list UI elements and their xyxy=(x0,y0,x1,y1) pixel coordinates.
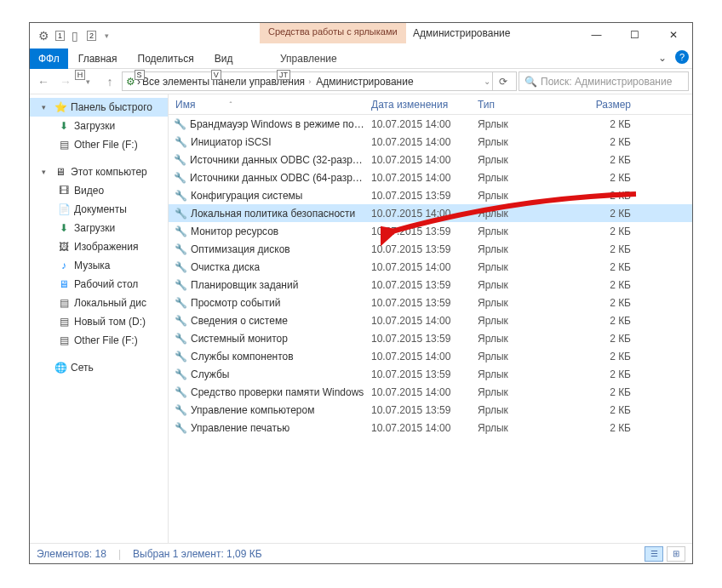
address-row: ← → ▾ ↑ ⚙ › Все элементы панели управлен… xyxy=(30,69,692,94)
file-row[interactable]: 🔧Инициатор iSCSI 10.07.2015 14:00 Ярлык … xyxy=(169,133,692,151)
nav-item[interactable]: ▤Other File (F:) xyxy=(30,135,168,154)
shortcut-icon: 🔧 xyxy=(174,350,187,363)
ribbon-tab[interactable]: ГлавнаяН xyxy=(68,49,128,68)
nav-item[interactable]: 📄Документы xyxy=(30,200,168,219)
file-name: Оптимизация дисков xyxy=(191,243,290,255)
file-row[interactable]: 🔧Очистка диска 10.07.2015 14:00 Ярлык 2 … xyxy=(169,258,692,276)
maximize-button[interactable]: ☐ xyxy=(616,23,654,47)
file-name: Просмотр событий xyxy=(191,297,280,309)
chevron-right-icon[interactable]: › xyxy=(305,77,314,86)
file-row[interactable]: 🔧Управление печатью 10.07.2015 14:00 Ярл… xyxy=(169,419,692,437)
file-name: Монитор ресурсов xyxy=(191,225,278,237)
file-row[interactable]: 🔧Источники данных ODBC (64-разрядна... 1… xyxy=(169,168,692,186)
file-name: Службы xyxy=(191,368,229,380)
nav-back-button[interactable]: ← xyxy=(33,71,54,92)
file-list[interactable]: 🔧Брандмауэр Windows в режиме повы... 10.… xyxy=(169,115,692,543)
expand-icon[interactable]: ▾ xyxy=(42,168,50,176)
item-icon: ⬇ xyxy=(57,119,71,133)
ribbon-tab[interactable]: ВидV xyxy=(204,49,244,68)
file-row[interactable]: 🔧Системный монитор 10.07.2015 13:59 Ярлы… xyxy=(169,329,692,347)
sort-indicator-icon: ˆ xyxy=(229,100,232,109)
file-row[interactable]: 🔧Локальная политика безопасности 10.07.2… xyxy=(169,204,692,222)
qat-dropdown-icon[interactable]: ▾ xyxy=(98,27,115,44)
nav-item[interactable]: ⬇Загрузки xyxy=(30,219,168,237)
file-row[interactable]: 🔧Источники данных ODBC (32-разрядна... 1… xyxy=(169,151,692,168)
address-dropdown-icon[interactable]: ⌄ xyxy=(484,77,490,86)
help-icon[interactable]: ? xyxy=(675,50,689,64)
shortcut-icon: 🔧 xyxy=(174,207,187,220)
file-row[interactable]: 🔧Монитор ресурсов 10.07.2015 13:59 Ярлык… xyxy=(169,222,692,240)
tab-manage[interactable]: Управление JT xyxy=(270,49,347,68)
file-type: Ярлык xyxy=(471,172,564,184)
nav-item[interactable]: ▤Локальный дис xyxy=(30,294,168,312)
nav-label: Загрузки xyxy=(74,222,115,234)
nav-item[interactable]: 🖥Рабочий стол xyxy=(30,275,168,294)
file-type: Ярлык xyxy=(471,422,564,434)
view-details-button[interactable]: ☰ xyxy=(645,546,663,562)
column-header-type[interactable]: Тип xyxy=(471,94,564,114)
view-large-icons-button[interactable]: ⊞ xyxy=(667,546,685,562)
nav-group[interactable]: 🌐Сеть xyxy=(30,358,168,377)
file-name: Очистка диска xyxy=(191,261,260,273)
file-row[interactable]: 🔧Сведения о системе 10.07.2015 14:00 Ярл… xyxy=(169,311,692,329)
nav-item[interactable]: 🎞Видео xyxy=(30,181,168,200)
expand-icon[interactable]: ▾ xyxy=(42,103,50,111)
nav-label: Other File (F:) xyxy=(74,334,138,346)
window-controls: — ☐ ✕ xyxy=(577,23,692,47)
ribbon-collapse-icon[interactable]: ⌄ xyxy=(658,52,667,64)
item-icon: 🖼 xyxy=(57,240,71,254)
column-header-date[interactable]: Дата изменения xyxy=(364,94,471,114)
file-row[interactable]: 🔧Управление компьютером 10.07.2015 13:59… xyxy=(169,401,692,419)
file-name: Конфигурация системы xyxy=(191,190,302,202)
nav-item[interactable]: ▤Новый том (D:) xyxy=(30,312,168,331)
nav-item[interactable]: ⬇Загрузки xyxy=(30,117,168,135)
close-button[interactable]: ✕ xyxy=(654,23,692,47)
file-row[interactable]: 🔧Оптимизация дисков 10.07.2015 13:59 Ярл… xyxy=(169,240,692,258)
column-header-name[interactable]: Имяˆ xyxy=(169,94,364,114)
nav-up-button[interactable]: ↑ xyxy=(100,71,120,92)
file-size: 2 КБ xyxy=(564,315,641,327)
key-tip: S xyxy=(135,70,145,80)
file-tab[interactable]: ФФл xyxy=(30,49,68,69)
new-folder-icon[interactable]: ▯ xyxy=(66,27,83,44)
nav-item[interactable]: ♪Музыка xyxy=(30,256,168,275)
file-row[interactable]: 🔧Службы компонентов 10.07.2015 14:00 Ярл… xyxy=(169,347,692,365)
file-date: 10.07.2015 14:00 xyxy=(364,261,471,273)
folder-icon: 🖥 xyxy=(54,165,67,179)
file-row[interactable]: 🔧Средство проверки памяти Windows 10.07.… xyxy=(169,383,692,401)
search-input[interactable]: 🔍 Поиск: Администрирование xyxy=(519,71,689,91)
address-bar[interactable]: ⚙ › Все элементы панели управления› Адми… xyxy=(122,71,517,91)
file-date: 10.07.2015 13:59 xyxy=(364,279,471,291)
contextual-tab-label: Средства работы с ярлыками xyxy=(260,23,406,43)
ribbon-tab[interactable]: ПоделитьсяS xyxy=(128,49,204,68)
file-name: Управление печатью xyxy=(191,422,289,434)
file-row[interactable]: 🔧Службы 10.07.2015 13:59 Ярлык 2 КБ xyxy=(169,365,692,383)
nav-group[interactable]: ▾🖥Этот компьютер xyxy=(30,163,168,181)
file-row[interactable]: 🔧Брандмауэр Windows в режиме повы... 10.… xyxy=(169,115,692,133)
file-row[interactable]: 🔧Конфигурация системы 10.07.2015 13:59 Я… xyxy=(169,186,692,204)
nav-group[interactable]: ▾⭐Панель быстрого xyxy=(30,98,168,117)
file-row[interactable]: 🔧Просмотр событий 10.07.2015 13:59 Ярлык… xyxy=(169,294,692,311)
nav-item[interactable]: 🖼Изображения xyxy=(30,237,168,256)
nav-label: Сеть xyxy=(71,362,94,374)
minimize-button[interactable]: — xyxy=(577,23,616,47)
nav-label: Панель быстрого xyxy=(71,101,152,113)
file-type: Ярлык xyxy=(471,351,564,363)
properties-icon[interactable]: ⚙ xyxy=(35,27,52,44)
file-name: Источники данных ODBC (64-разрядна... xyxy=(190,172,364,184)
folder-icon: 🌐 xyxy=(54,361,67,374)
navigation-pane[interactable]: ▾⭐Панель быстрого⬇Загрузки▤Other File (F… xyxy=(30,94,169,543)
refresh-button[interactable]: ⟳ xyxy=(492,72,513,90)
title-bar: ⚙ 1 ▯ 2 ▾ Средства работы с ярлыками Адм… xyxy=(30,23,692,49)
nav-label: Новый том (D:) xyxy=(74,316,146,328)
nav-forward-button[interactable]: → xyxy=(55,71,76,92)
nav-item[interactable]: ▤Other File (F:) xyxy=(30,331,168,350)
shortcut-icon: 🔧 xyxy=(174,403,187,417)
column-header-size[interactable]: Размер xyxy=(564,94,641,114)
file-size: 2 КБ xyxy=(564,279,641,291)
file-row[interactable]: 🔧Планировщик заданий 10.07.2015 13:59 Яр… xyxy=(169,276,692,294)
breadcrumb-segment[interactable]: Администрирование xyxy=(316,76,413,88)
file-size: 2 КБ xyxy=(564,208,641,220)
shortcut-icon: 🔧 xyxy=(174,314,187,328)
file-type: Ярлык xyxy=(471,190,564,202)
